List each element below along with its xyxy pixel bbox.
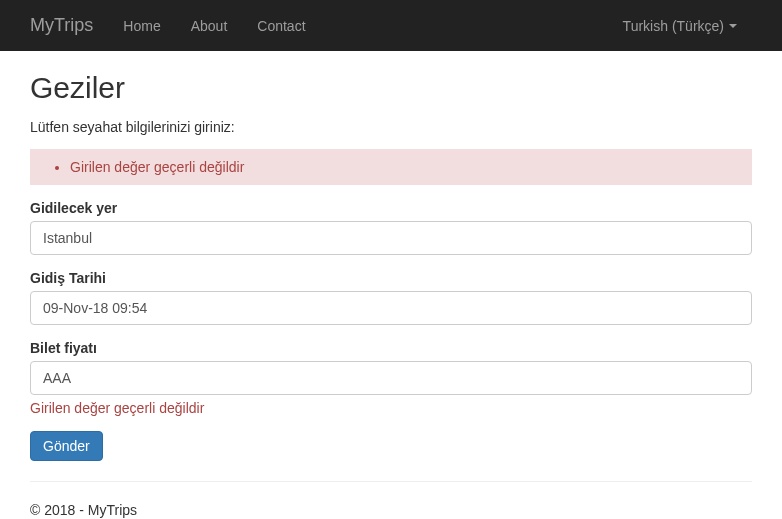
- brand-link[interactable]: MyTrips: [30, 0, 108, 51]
- destination-label: Gidilecek yer: [30, 200, 752, 216]
- departure-date-label: Gidiş Tarihi: [30, 270, 752, 286]
- price-label: Bilet fiyatı: [30, 340, 752, 356]
- navbar: MyTrips Home About Contact Turkish (Türk…: [0, 0, 782, 51]
- nav-about[interactable]: About: [176, 3, 243, 49]
- submit-button[interactable]: Gönder: [30, 431, 103, 461]
- validation-summary-item: Girilen değer geçerli değildir: [70, 159, 737, 175]
- chevron-down-icon: [729, 24, 737, 28]
- price-error: Girilen değer geçerli değildir: [30, 400, 752, 416]
- footer-text: © 2018 - MyTrips: [30, 502, 752, 518]
- language-label: Turkish (Türkçe): [623, 18, 724, 34]
- validation-summary: Girilen değer geçerli değildir: [30, 149, 752, 185]
- nav-contact[interactable]: Contact: [242, 3, 320, 49]
- divider: [30, 481, 752, 482]
- nav-home[interactable]: Home: [108, 3, 175, 49]
- destination-input[interactable]: [30, 221, 752, 255]
- departure-date-input[interactable]: [30, 291, 752, 325]
- page-intro: Lütfen seyahat bilgilerinizi giriniz:: [30, 119, 752, 135]
- page-title: Geziler: [30, 71, 752, 105]
- price-input[interactable]: [30, 361, 752, 395]
- language-dropdown[interactable]: Turkish (Türkçe): [608, 3, 752, 49]
